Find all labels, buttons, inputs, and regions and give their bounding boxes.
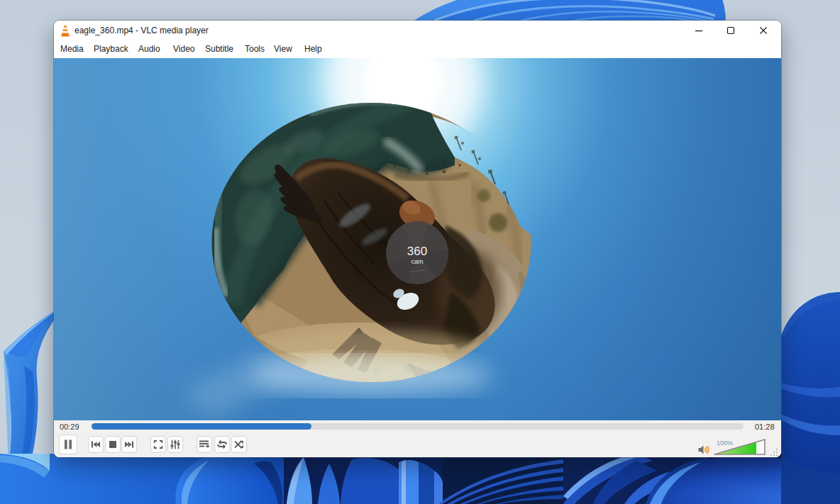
svg-text:cam: cam xyxy=(411,258,423,265)
svg-text:360: 360 xyxy=(407,245,427,258)
svg-text:....: .... xyxy=(415,223,419,227)
